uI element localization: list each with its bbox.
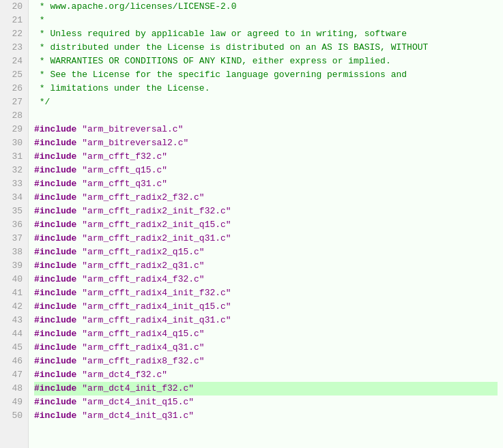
- code-line: #include "arm_cfft_radix4_f32.c": [34, 273, 498, 286]
- code-line: * limitations under the License.: [34, 82, 498, 95]
- code-line: #include "arm_cfft_radix4_init_f32.c": [34, 286, 498, 300]
- line-number: 22: [5, 27, 23, 41]
- line-number: 40: [5, 273, 23, 286]
- code-line: * WARRANTIES OR CONDITIONS OF ANY KIND, …: [34, 55, 498, 68]
- include-keyword: #include: [34, 274, 82, 284]
- code-line: #include "arm_bitreversal2.c": [34, 136, 498, 150]
- comment-text: *: [34, 15, 45, 25]
- include-filename: "arm_cfft_radix4_q15.c": [82, 329, 204, 339]
- line-number: 34: [5, 191, 23, 205]
- line-number: 25: [5, 68, 23, 82]
- include-keyword: #include: [34, 124, 82, 134]
- line-number: 42: [5, 300, 23, 314]
- include-filename: "arm_cfft_radix2_init_q31.c": [82, 233, 231, 243]
- include-keyword: #include: [34, 342, 82, 353]
- code-line: */: [34, 95, 498, 109]
- line-number: 38: [5, 245, 23, 259]
- code-line: #include "arm_cfft_radix4_q31.c": [34, 341, 498, 355]
- include-keyword: #include: [34, 151, 82, 162]
- code-line: * See the License for the specific langu…: [34, 68, 498, 82]
- line-number: 47: [5, 368, 23, 382]
- include-keyword: #include: [34, 192, 82, 203]
- code-line: #include "arm_cfft_radix2_f32.c": [34, 191, 498, 205]
- line-number: 41: [5, 286, 23, 300]
- line-number: 32: [5, 164, 23, 177]
- line-number: 27: [5, 95, 23, 109]
- include-keyword: #include: [34, 138, 82, 148]
- include-filename: "arm_cfft_radix2_f32.c": [82, 192, 204, 203]
- code-line: * www.apache.org/licenses/LICENSE-2.0: [34, 0, 498, 14]
- code-line: #include "arm_cfft_radix4_init_q31.c": [34, 314, 498, 327]
- include-filename: "arm_cfft_radix4_init_q15.c": [82, 301, 231, 312]
- line-number: 44: [5, 327, 23, 341]
- line-number: 49: [5, 395, 23, 409]
- line-number: 39: [5, 259, 23, 273]
- line-number: 35: [5, 205, 23, 218]
- code-line: #include "arm_cfft_radix2_q15.c": [34, 245, 498, 259]
- code-line: #include "arm_cfft_radix4_q15.c": [34, 327, 498, 341]
- include-keyword: #include: [34, 247, 82, 257]
- include-keyword: #include: [34, 329, 82, 339]
- code-line: #include "arm_cfft_radix2_init_q31.c": [34, 232, 498, 245]
- code-line: #include "arm_cfft_q15.c": [34, 164, 498, 177]
- include-filename: "arm_cfft_radix4_init_f32.c": [82, 288, 231, 298]
- comment-text: */: [34, 97, 50, 107]
- include-keyword: #include: [34, 206, 82, 216]
- include-filename: "arm_bitreversal2.c": [82, 138, 188, 148]
- code-line: #include "arm_cfft_q31.c": [34, 177, 498, 191]
- include-filename: "arm_cfft_radix4_f32.c": [82, 274, 204, 284]
- include-filename: "arm_cfft_radix2_q15.c": [82, 247, 204, 257]
- comment-text: * WARRANTIES OR CONDITIONS OF ANY KIND, …: [34, 56, 391, 66]
- code-line: #include "arm_cfft_radix8_f32.c": [34, 355, 498, 368]
- include-keyword: #include: [34, 397, 82, 407]
- include-filename: "arm_bitreversal.c": [82, 124, 183, 134]
- include-filename: "arm_dct4_init_q15.c": [82, 397, 194, 407]
- include-filename: "arm_cfft_radix8_f32.c": [82, 356, 204, 366]
- code-line: * Unless required by applicable law or a…: [34, 27, 498, 41]
- include-keyword: #include: [34, 410, 82, 421]
- line-number: 28: [5, 109, 23, 123]
- include-filename: "arm_cfft_f32.c": [82, 151, 167, 162]
- include-filename: "arm_cfft_radix2_init_q15.c": [82, 220, 231, 230]
- line-number: 20: [5, 0, 23, 14]
- include-filename: "arm_cfft_radix4_q31.c": [82, 342, 204, 353]
- line-number: 23: [5, 41, 23, 55]
- include-keyword: #include: [34, 179, 82, 189]
- include-filename: "arm_dct4_init_f32.c": [82, 383, 194, 393]
- line-number: 29: [5, 123, 23, 136]
- include-keyword: #include: [34, 370, 82, 380]
- comment-text: * See the License for the specific langu…: [34, 70, 407, 80]
- include-filename: "arm_cfft_q31.c": [82, 179, 167, 189]
- line-number: 45: [5, 341, 23, 355]
- include-keyword: #include: [34, 301, 82, 312]
- include-keyword: #include: [34, 315, 82, 325]
- line-number: 21: [5, 14, 23, 27]
- code-line: *: [34, 14, 498, 27]
- code-line: #include "arm_dct4_init_q15.c": [34, 395, 498, 409]
- line-number: 37: [5, 232, 23, 245]
- code-container: 2021222324252627282930313233343536373839…: [0, 0, 503, 448]
- code-area[interactable]: * www.apache.org/licenses/LICENSE-2.0 * …: [29, 0, 503, 448]
- code-line: #include "arm_cfft_f32.c": [34, 150, 498, 164]
- comment-text: * distributed under the License is distr…: [34, 42, 428, 53]
- code-line: [34, 109, 498, 123]
- include-keyword: #include: [34, 220, 82, 230]
- comment-text: * www.apache.org/licenses/LICENSE-2.0: [34, 1, 236, 12]
- include-filename: "arm_dct4_f32.c": [82, 370, 167, 380]
- include-keyword: #include: [34, 233, 82, 243]
- code-line: #include "arm_dct4_f32.c": [34, 368, 498, 382]
- include-keyword: #include: [34, 165, 82, 175]
- line-number: 31: [5, 150, 23, 164]
- line-number: 33: [5, 177, 23, 191]
- line-number: 46: [5, 355, 23, 368]
- include-keyword: #include: [34, 288, 82, 298]
- line-numbers: 2021222324252627282930313233343536373839…: [0, 0, 29, 448]
- line-number: 30: [5, 136, 23, 150]
- include-keyword: #include: [34, 383, 82, 393]
- include-filename: "arm_cfft_radix2_init_f32.c": [82, 206, 231, 216]
- code-line: #include "arm_cfft_radix2_init_q15.c": [34, 218, 498, 232]
- code-line: * distributed under the License is distr…: [34, 41, 498, 55]
- code-line: #include "arm_dct4_init_f32.c": [34, 382, 498, 395]
- code-line: #include "arm_cfft_radix2_q31.c": [34, 259, 498, 273]
- code-line: #include "arm_bitreversal.c": [34, 123, 498, 136]
